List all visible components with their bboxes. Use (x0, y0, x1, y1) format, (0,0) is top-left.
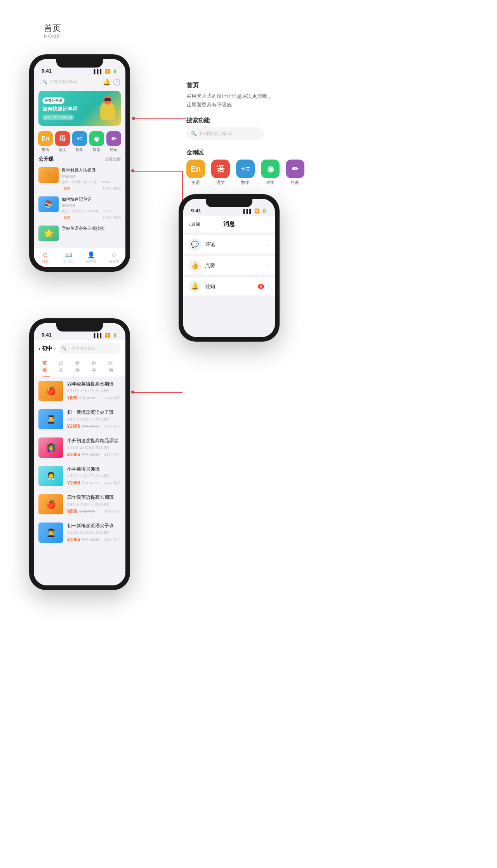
phone3-screen: 9:41 ▌▌▌ 🛜 🔋 ‹ 初中 🔍 小学英语兴趣班 (34, 323, 125, 585)
grade-chevron-icon (53, 347, 56, 350)
nav-circle[interactable]: 👤 亲子圈 (80, 251, 103, 264)
ann-icon-science: ◉ 科学 (261, 160, 280, 186)
section-more[interactable]: 查看全部 (105, 156, 121, 162)
list-price-1: ¥669 (67, 395, 78, 401)
list-course-5[interactable]: 🍎 四年级英语提高长期班 9月1日-12月28日 共21课时 ¥669 价格 ¥… (34, 490, 125, 519)
list-course-date-6: 9月1日-12月28日 共21课时 (67, 530, 121, 535)
ann-icon-english: En 英语 (186, 160, 205, 186)
course-teacher-2: 范婷老师 (62, 203, 121, 208)
list-course-3[interactable]: 👩‍🏫 小升初速度提高精品课堂 9月1日-12月28日 共21课时 ¥1066 … (34, 434, 125, 462)
phone1-status-icons: ▌▌▌ 🛜 🔋 (94, 69, 118, 74)
course-thumb-2: 📚 (38, 196, 59, 212)
list-price-row-6: ¥1066 价格 ¥1266 124人学习 (67, 537, 121, 542)
subject-math[interactable]: += 数学 (72, 131, 87, 153)
subject-art-label: 绘画 (110, 147, 118, 153)
subject-chinese-label: 语文 (59, 147, 66, 153)
phone1-search-bar[interactable]: 🔍 如何快速记单词 (38, 76, 101, 88)
list-students-4: 124人学习 (104, 481, 121, 486)
annotation-panel: 首页 采用卡片式的设计让信息层次更清晰，让界面更具有呼吸感 搜索功能 🔍 如何快… (186, 82, 295, 186)
list-price-2: ¥1066 (67, 424, 80, 429)
subject-science[interactable]: ◉ 科学 (89, 131, 104, 153)
list-course-info-5: 四年级英语提高长期班 9月1日-12月28日 共21课时 ¥669 价格 ¥99… (67, 494, 121, 514)
nav-study[interactable]: 📖 学习台 (57, 251, 80, 264)
bell-icon[interactable]: 🔔 (103, 78, 111, 86)
list-orig-price-6: 价格 ¥1266 (82, 537, 99, 542)
tab-art[interactable]: 绘画 (104, 357, 121, 377)
msg-item-like[interactable]: 👍 点赞 › (183, 256, 275, 275)
phone1-bottom-nav: ⊙ 首页 📖 学习台 👤 亲子圈 ⊙ 家长圈 (34, 248, 125, 267)
list-orig-price-2: 价格 ¥1266 (82, 424, 99, 429)
course-card-1[interactable]: 🦒 数学解题方法提升 尹强老师 数学 | 4年级 | 10-30 周二 19:0… (34, 165, 125, 194)
nav-study-label: 学习台 (63, 259, 73, 264)
list-thumb-content-1: 🍎 (38, 381, 63, 401)
list-thumb-content-4: 🧑‍💼 (38, 466, 63, 486)
course-name-2: 如何快速记单词 (62, 196, 121, 202)
back-chevron-icon: ‹ (189, 222, 190, 227)
course-thumb-3: 🌟 (38, 226, 59, 241)
list-course-2[interactable]: 👨‍🎓 初一新概念英语尖子班 9月1日-12月28日 共21课时 ¥1066 价… (34, 405, 125, 434)
phone1-banner[interactable]: 免费公开课 如何快速记单词 适合小学7-12岁儿童 (38, 91, 121, 126)
annotation-search-placeholder: 如何快速记单词 (199, 130, 232, 137)
list-course-date-4: 9月1日-12月28日 共21课时 (67, 474, 121, 479)
course-name-3: 学好英语必备三项技能 (62, 226, 121, 231)
back-button[interactable]: ‹ 返回 (189, 221, 200, 227)
banner-badge: 免费公开课 (42, 97, 64, 104)
list-price-5: ¥669 (67, 509, 78, 514)
subject-chinese[interactable]: 语 语文 (55, 131, 70, 153)
tab-science[interactable]: 科学 (88, 357, 104, 377)
list-course-4[interactable]: 🧑‍💼 小学英语兴趣班 9月1日-12月28日 共21课时 ¥1066 价格 ¥… (34, 462, 125, 490)
course-name-1: 数学解题方法提升 (62, 167, 121, 173)
grade-label: 初中 (42, 345, 52, 352)
banner-text: 免费公开课 如何快速记单词 适合小学7-12岁儿童 (42, 96, 96, 120)
subject-art[interactable]: ✏ 绘画 (106, 131, 121, 153)
subject-science-icon: ◉ (89, 131, 104, 146)
ann-icon-art-label: 绘画 (291, 180, 299, 186)
phone2-inner: 9:41 ▌▌▌ 🛜 🔋 ‹ 返回 消息 💬 (183, 199, 275, 337)
annotation-title: 首页 (186, 82, 295, 90)
notify-icon: 🔔 (191, 283, 199, 290)
wifi-icon: 🛜 (105, 333, 110, 338)
list-thumb-content-5: 🍎 (38, 494, 63, 514)
msg-item-comment[interactable]: 💬 评论 › (183, 235, 275, 254)
nav-home-label: 首页 (42, 259, 49, 264)
course-count-2: 2422人预约 (103, 215, 121, 220)
grade-selector[interactable]: ‹ 初中 (38, 345, 56, 352)
course-info-1: 数学解题方法提升 尹强老师 数学 | 4年级 | 10-30 周二 19:00 … (62, 167, 121, 191)
list-course-name-1: 四年级英语提高长期班 (67, 381, 121, 387)
phone3-status-icons: ▌▌▌ 🛜 🔋 (94, 333, 118, 338)
list-students-6: 124人学习 (104, 537, 121, 542)
phone1-time: 9:41 (42, 68, 52, 74)
nav-parent[interactable]: ⊙ 家长圈 (103, 251, 125, 264)
course-thumb-1: 🦒 (38, 167, 59, 183)
like-icon-bg: 👍 (189, 259, 201, 272)
list-price-6: ¥1066 (67, 537, 80, 542)
tab-math[interactable]: 数学 (71, 357, 88, 377)
battery-icon: 🔋 (112, 333, 118, 338)
list-course-1[interactable]: 🍎 四年级英语提高长期班 9月1日-12月28日 共21课时 ¥669 价格 ¥… (34, 377, 125, 405)
search-icon: 🔍 (191, 131, 197, 136)
clock-icon[interactable]: 🕐 (113, 78, 121, 86)
subject-english[interactable]: En 英语 (38, 131, 53, 153)
connector-dot-1 (132, 117, 135, 120)
search-icon: 🔍 (62, 346, 66, 351)
msg-item-notify[interactable]: 🔔 通知 8 › (183, 277, 275, 296)
comment-icon-bg: 💬 (189, 238, 201, 251)
list-price-4: ¥1066 (67, 480, 80, 486)
tab-english[interactable]: 英语 (38, 357, 55, 377)
phone3-notch (56, 323, 103, 332)
phone2-screen: 9:41 ▌▌▌ 🛜 🔋 ‹ 返回 消息 💬 (183, 199, 275, 337)
list-course-6[interactable]: 👨‍🎓 初一新概念英语尖子班 9月1日-12月28日 共21课时 ¥1066 价… (34, 519, 125, 547)
subject-art-icon: ✏ (106, 131, 121, 146)
course-card-3[interactable]: 🌟 学好英语必备三项技能 (34, 223, 125, 244)
nav-home[interactable]: ⊙ 首页 (34, 251, 57, 264)
list-price-row-4: ¥1066 价格 ¥1266 124人学习 (67, 480, 121, 486)
list-course-info-1: 四年级英语提高长期班 9月1日-12月28日 共21课时 ¥669 价格 ¥99… (67, 381, 121, 401)
list-orig-price-4: 价格 ¥1266 (82, 481, 99, 486)
msg-like-label: 点赞 (205, 262, 264, 269)
list-course-info-3: 小升初速度提高精品课堂 9月1日-12月28日 共21课时 ¥1066 价格 ¥… (67, 437, 121, 457)
phone2-notch (206, 199, 252, 207)
tab-chinese[interactable]: 语文 (55, 357, 71, 377)
course-card-2[interactable]: 📚 如何快速记单词 范婷老师 英语 | 中小学 | 10-30 周二 19:00… (34, 194, 125, 223)
list-search-bar[interactable]: 🔍 小学英语兴趣班 (59, 343, 121, 354)
ann-icon-art: ✏ 绘画 (286, 160, 304, 186)
